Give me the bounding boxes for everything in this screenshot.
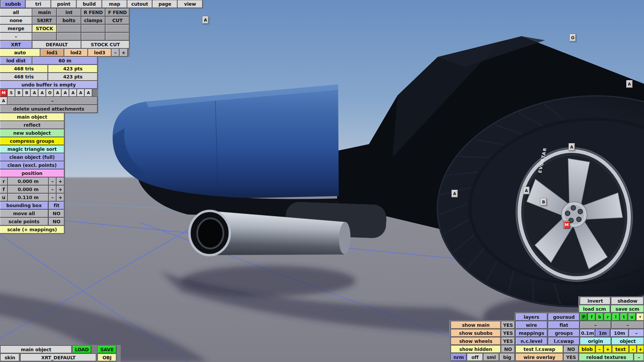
layer-u-toggle[interactable]: u bbox=[629, 313, 635, 320]
nrm-toggle[interactable]: nrm bbox=[451, 354, 466, 361]
show-wheels-toggle[interactable]: YES bbox=[501, 338, 515, 345]
origin[interactable]: origin bbox=[580, 338, 611, 345]
scale-mappings[interactable]: scale (+ mappings) bbox=[0, 226, 64, 233]
new-subobject[interactable]: new subobject bbox=[0, 129, 64, 137]
viewport-marker-a[interactable]: A bbox=[626, 80, 633, 88]
layer-b-toggle[interactable]: b bbox=[596, 313, 603, 320]
default[interactable]: DEFAULT bbox=[33, 41, 81, 48]
layer-dot-toggle[interactable]: • bbox=[637, 313, 644, 320]
test-l-r-swap[interactable]: test l.r.swap bbox=[516, 346, 563, 353]
off-toggle[interactable]: off bbox=[467, 354, 483, 361]
minus-button[interactable]: – bbox=[0, 33, 32, 40]
clean-excl-points[interactable]: clean (excl. points) bbox=[0, 162, 64, 169]
text-button[interactable]: text bbox=[612, 346, 629, 353]
menu-item-tri[interactable]: tri bbox=[26, 0, 51, 8]
fit-button[interactable]: fit bbox=[49, 202, 64, 209]
clamps[interactable]: clamps bbox=[82, 17, 105, 24]
grid-1m-button[interactable]: 1m bbox=[596, 329, 610, 337]
slot-button[interactable]: A bbox=[85, 89, 92, 97]
move-all[interactable]: move all bbox=[0, 210, 48, 217]
lod-dist-value[interactable]: 60 m bbox=[33, 57, 97, 64]
reload-textures[interactable]: reload textures bbox=[579, 354, 633, 361]
slot-button[interactable]: A bbox=[62, 89, 69, 97]
groups[interactable]: groups bbox=[548, 329, 579, 337]
mappings[interactable]: mappings bbox=[516, 329, 547, 337]
viewport-marker-m[interactable]: M bbox=[564, 221, 570, 229]
save-button[interactable]: SAVE bbox=[98, 346, 116, 353]
wire-option[interactable]: – bbox=[580, 321, 611, 328]
gouraud[interactable]: gouraud bbox=[548, 313, 579, 320]
blob-button[interactable]: blob bbox=[579, 346, 595, 353]
text-minus-button[interactable]: – bbox=[630, 346, 636, 353]
skin-name[interactable]: XRT_DEFAULT bbox=[21, 354, 96, 361]
show-hidden-toggle[interactable]: NO bbox=[501, 346, 515, 353]
slot-a-button[interactable]: A bbox=[0, 97, 7, 105]
show-subobs-toggle[interactable]: YES bbox=[501, 329, 515, 337]
text-plus-button[interactable]: + bbox=[637, 346, 644, 353]
main[interactable]: main bbox=[33, 9, 56, 16]
obj-button[interactable]: OBJ bbox=[98, 354, 116, 361]
l-r-swap[interactable]: l.r.swap bbox=[548, 338, 579, 345]
test-lr-swap-toggle[interactable]: NO bbox=[564, 346, 578, 353]
slot-button[interactable]: A bbox=[39, 89, 46, 97]
menu-item-map[interactable]: map bbox=[102, 0, 127, 8]
flat[interactable]: flat bbox=[548, 321, 579, 328]
viewport-marker-o[interactable]: O bbox=[570, 34, 576, 42]
layer-r-toggle[interactable]: r bbox=[604, 313, 611, 320]
f-minus-button[interactable]: – bbox=[49, 186, 56, 193]
scale-points[interactable]: scale points bbox=[0, 218, 48, 225]
wire[interactable]: wire bbox=[516, 321, 547, 328]
layer-f-toggle[interactable]: f bbox=[588, 313, 595, 320]
u-plus-button[interactable]: + bbox=[57, 194, 64, 201]
show-hidden[interactable]: show hidden bbox=[451, 346, 500, 353]
compress-groups[interactable]: compress groups bbox=[0, 137, 64, 145]
grid-minus-button[interactable]: – bbox=[629, 329, 644, 337]
u-minus-button[interactable]: – bbox=[49, 194, 56, 201]
viewport-marker-a[interactable]: A bbox=[569, 143, 575, 151]
show-subobs[interactable]: show subobs bbox=[451, 329, 500, 337]
none[interactable]: none bbox=[0, 17, 32, 24]
lod1[interactable]: lod1 bbox=[41, 49, 64, 56]
cut[interactable]: CUT bbox=[106, 17, 129, 24]
position[interactable]: position bbox=[0, 170, 64, 177]
menu-item-view[interactable]: view bbox=[178, 0, 202, 8]
layer-l-toggle[interactable]: l bbox=[612, 313, 619, 320]
f-value[interactable]: 0.000 m bbox=[8, 186, 48, 193]
r-value[interactable]: 0.000 m bbox=[8, 178, 48, 185]
xrt[interactable]: XRT bbox=[0, 41, 32, 48]
big-toggle[interactable]: big bbox=[500, 354, 515, 361]
menu-item-build[interactable]: build bbox=[77, 0, 102, 8]
reflect[interactable]: reflect bbox=[0, 121, 64, 129]
menu-item-cutout[interactable]: cutout bbox=[127, 0, 152, 8]
grid-10m-button[interactable]: 10m bbox=[611, 329, 628, 337]
menu-item-page[interactable]: page bbox=[153, 0, 177, 8]
slot-button[interactable]: A bbox=[69, 89, 76, 97]
show-main-toggle[interactable]: YES bbox=[501, 321, 515, 328]
scale-points-toggle[interactable]: NO bbox=[49, 218, 64, 225]
wire-overlay-toggle[interactable]: YES bbox=[564, 354, 578, 361]
r-plus-button[interactable]: + bbox=[57, 178, 64, 185]
r-minus-button[interactable]: – bbox=[49, 178, 56, 185]
show-main[interactable]: show main bbox=[451, 321, 500, 328]
stock[interactable]: STOCK bbox=[33, 25, 56, 32]
slot-button[interactable]: O bbox=[46, 89, 53, 97]
attachment-slot-value[interactable]: – bbox=[8, 97, 97, 105]
move-all-toggle[interactable]: NO bbox=[49, 210, 64, 217]
all[interactable]: all bbox=[0, 9, 32, 16]
layers[interactable]: layers bbox=[516, 313, 547, 320]
object[interactable]: object bbox=[612, 338, 644, 345]
slot-button[interactable]: A bbox=[54, 89, 61, 97]
wire-overlay[interactable]: wire overlay bbox=[516, 354, 563, 361]
lod-minus-button[interactable]: – bbox=[112, 49, 119, 56]
bolts[interactable]: bolts bbox=[57, 17, 81, 24]
f-plus-button[interactable]: + bbox=[57, 186, 64, 193]
layer-p-toggle[interactable]: P bbox=[580, 313, 587, 320]
reload-minus-button[interactable]: – bbox=[634, 354, 644, 361]
grid-0-1m-button[interactable]: 0.1m bbox=[580, 329, 595, 337]
slot-button[interactable]: A bbox=[31, 89, 38, 97]
lod-plus-button[interactable]: + bbox=[120, 49, 127, 56]
skirt[interactable]: SKIRT bbox=[33, 17, 56, 24]
flat-option[interactable]: – bbox=[612, 321, 644, 328]
slot-button[interactable]: B bbox=[15, 89, 22, 97]
u-value[interactable]: 0.110 m bbox=[8, 194, 48, 201]
